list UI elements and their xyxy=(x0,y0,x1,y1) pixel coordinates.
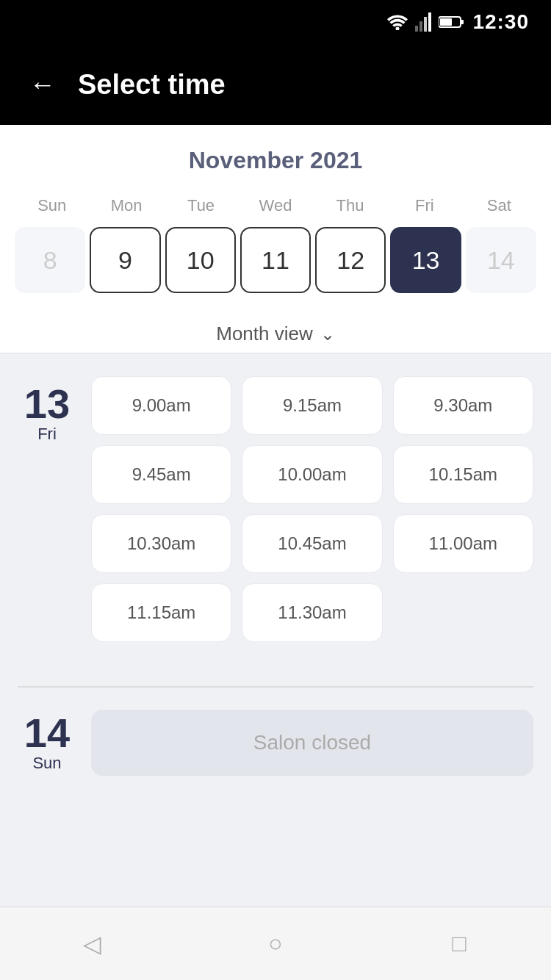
time-slot-900am[interactable]: 9.00am xyxy=(91,376,231,435)
nav-recent-button[interactable]: □ xyxy=(430,915,489,973)
day-number-14: 14 xyxy=(24,713,70,754)
svg-rect-7 xyxy=(440,18,452,26)
calendar-month-year: November 2021 xyxy=(15,147,536,174)
nav-home-icon: ○ xyxy=(268,930,282,957)
time-slot-1130am[interactable]: 11.30am xyxy=(242,583,382,642)
day-header-fri: Fri xyxy=(387,192,461,220)
time-slot-945am[interactable]: 9.45am xyxy=(91,445,231,504)
day-header-sun: Sun xyxy=(15,192,89,220)
section-divider xyxy=(18,686,533,688)
day-header-tue: Tue xyxy=(164,192,238,220)
day-label-14: 14 Sun xyxy=(18,713,76,773)
day-11[interactable]: 11 xyxy=(240,227,311,293)
status-bar: 12:30 xyxy=(0,0,551,44)
svg-rect-4 xyxy=(428,12,431,32)
day-13[interactable]: 13 xyxy=(390,227,461,293)
time-slot-1000am[interactable]: 10.00am xyxy=(242,445,382,504)
time-slot-1100am[interactable]: 11.00am xyxy=(393,514,533,573)
status-time: 12:30 xyxy=(472,10,529,34)
page-title: Select time xyxy=(78,69,226,101)
day-header-thu: Thu xyxy=(313,192,387,220)
time-slot-930am[interactable]: 9.30am xyxy=(393,376,533,435)
time-section-13: 13 Fri 9.00am 9.15am 9.30am 9.45am 10.00… xyxy=(0,354,551,664)
svg-point-0 xyxy=(396,27,400,31)
week-row: 8 9 10 11 12 13 14 xyxy=(15,227,536,293)
nav-recent-icon: □ xyxy=(452,930,466,957)
nav-bar: ◁ ○ □ xyxy=(0,907,551,980)
time-slot-1115am[interactable]: 11.15am xyxy=(91,583,231,642)
svg-rect-6 xyxy=(461,20,464,24)
day-number-13: 13 xyxy=(24,383,70,425)
calendar-day-headers: Sun Mon Tue Wed Thu Fri Sat xyxy=(15,192,536,220)
time-slot-1030am[interactable]: 10.30am xyxy=(91,514,231,573)
nav-back-button[interactable]: ◁ xyxy=(62,915,121,973)
month-view-label: Month view xyxy=(216,323,313,345)
svg-rect-2 xyxy=(419,21,422,32)
chevron-down-icon: ⌄ xyxy=(320,324,335,345)
closed-content: 14 Sun Salon closed xyxy=(18,710,533,776)
day-8[interactable]: 8 xyxy=(15,227,85,293)
status-icons: 12:30 xyxy=(387,10,529,34)
back-button[interactable]: ← xyxy=(29,71,56,98)
day-label-13: 13 Fri xyxy=(18,376,76,444)
svg-rect-1 xyxy=(415,26,418,32)
signal-icon xyxy=(415,12,431,32)
day-header-mon: Mon xyxy=(89,192,163,220)
day-name-14: Sun xyxy=(32,754,61,773)
day-header-sat: Sat xyxy=(462,192,536,220)
day-name-13: Fri xyxy=(37,425,57,444)
day-10[interactable]: 10 xyxy=(165,227,236,293)
day-9[interactable]: 9 xyxy=(90,227,160,293)
salon-closed-badge: Salon closed xyxy=(91,710,533,776)
svg-rect-3 xyxy=(424,17,427,32)
time-slot-1045am[interactable]: 10.45am xyxy=(242,514,382,573)
closed-section-14: 14 Sun Salon closed xyxy=(0,664,551,798)
time-slot-915am[interactable]: 9.15am xyxy=(242,376,382,435)
calendar-section: November 2021 Sun Mon Tue Wed Thu Fri Sa… xyxy=(0,125,551,308)
wifi-icon xyxy=(387,14,408,30)
time-slots-grid-13: 9.00am 9.15am 9.30am 9.45am 10.00am 10.1… xyxy=(91,376,533,642)
nav-back-icon: ◁ xyxy=(83,930,101,958)
battery-icon xyxy=(439,15,465,29)
day-12[interactable]: 12 xyxy=(315,227,386,293)
app-header: ← Select time xyxy=(0,44,551,125)
time-slot-1015am[interactable]: 10.15am xyxy=(393,445,533,504)
nav-home-button[interactable]: ○ xyxy=(246,915,305,973)
month-view-toggle[interactable]: Month view ⌄ xyxy=(0,308,551,353)
day-header-wed: Wed xyxy=(238,192,312,220)
day-14[interactable]: 14 xyxy=(466,227,536,293)
